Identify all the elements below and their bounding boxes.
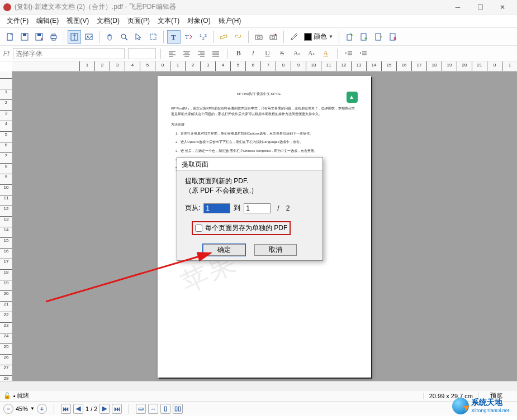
svg-text:T: T <box>171 33 176 41</box>
last-page-button[interactable]: ⏭ <box>112 404 122 414</box>
select-tool-button[interactable] <box>132 30 145 44</box>
color-picker[interactable]: 颜色▼ <box>302 32 335 41</box>
insert-text-button[interactable] <box>68 30 81 44</box>
svg-point-23 <box>272 36 275 39</box>
titlebar: (复制)-新建文本文档 (2)（合并）.pdf - 飞思PDF编辑器 ─ ☐ ✕ <box>0 0 517 15</box>
highlight-button[interactable]: A <box>319 47 333 60</box>
menu-document[interactable]: 文档(D) <box>93 15 123 27</box>
menu-account[interactable]: 账户(H) <box>215 15 245 27</box>
menu-page[interactable]: 页面(P) <box>124 15 153 27</box>
statusbar: 🔓 ▪ 就绪 20.99 x 29.7 cm 预览 <box>0 390 517 401</box>
edit-text-button[interactable]: T <box>182 30 195 44</box>
fit-width-button[interactable]: ↔ <box>148 404 158 414</box>
dialog-description: 提取页面到新的 PDF. （原 PDF 不会被更改.） <box>185 176 315 195</box>
fit-page-button[interactable]: ▭ <box>136 404 146 414</box>
save-button[interactable] <box>18 30 31 44</box>
outdent-button[interactable] <box>342 47 355 60</box>
font-family-input[interactable] <box>13 48 125 59</box>
link-tool-button[interactable] <box>231 30 245 44</box>
save-as-button[interactable]: ★ <box>32 30 46 44</box>
format-toolbar: Ff B I U S Aa Aa A <box>0 46 517 61</box>
hand-tool-button[interactable] <box>103 30 116 44</box>
menu-object[interactable]: 对象(O) <box>184 15 214 27</box>
indent-button[interactable] <box>357 47 370 60</box>
window-title: (复制)-新建文本文档 (2)（合并）.pdf - 飞思PDF编辑器 <box>15 2 447 12</box>
print-button[interactable] <box>47 30 60 44</box>
color-swatch-icon <box>304 33 312 41</box>
svg-point-21 <box>258 36 260 39</box>
brand-url: XiTongTianDi.net <box>471 408 509 413</box>
brand-watermark: ➤ 系统天地 XiTongTianDi.net <box>452 397 515 417</box>
strikethrough-button[interactable]: S <box>276 47 289 60</box>
italic-button[interactable]: I <box>246 47 260 60</box>
page-indicator: 1 / 2 <box>86 405 97 412</box>
delete-page-button[interactable]: × <box>386 30 400 44</box>
extract-page-button[interactable] <box>372 30 385 44</box>
menu-edit[interactable]: 编辑(E) <box>33 15 62 27</box>
status-text: 就绪 <box>17 392 423 400</box>
svg-rect-13 <box>150 34 156 40</box>
close-button[interactable]: ✕ <box>491 1 514 14</box>
brand-name: 系统天地 <box>471 398 502 408</box>
font-size-input[interactable] <box>128 48 156 59</box>
selection-tool-button[interactable] <box>146 30 160 44</box>
lock-icon: 🔓 <box>3 392 11 399</box>
text-tool-button[interactable]: T <box>167 30 181 44</box>
zoom-dropdown-icon[interactable]: ▼ <box>30 406 35 411</box>
svg-rect-6 <box>51 36 56 39</box>
line-spacing-button[interactable]: 123 <box>196 30 210 44</box>
underline-button[interactable]: U <box>261 47 274 60</box>
page-from-label: 页从: <box>185 203 200 213</box>
horizontal-scrollbar[interactable] <box>0 381 517 390</box>
cancel-button[interactable]: 取消 <box>254 244 297 256</box>
status-bullet: ▪ <box>13 393 16 399</box>
svg-text:+: + <box>364 36 367 41</box>
menu-file[interactable]: 文件(F) <box>3 15 32 27</box>
ok-button[interactable]: 确定 <box>203 244 245 256</box>
zoom-in-button[interactable]: + <box>37 404 47 414</box>
insert-image-button[interactable] <box>82 30 96 44</box>
first-page-button[interactable]: ⏮ <box>61 404 71 414</box>
menu-text[interactable]: 文本(T) <box>154 15 183 27</box>
page-range-row: 页从: 到 / 2 <box>185 203 315 213</box>
new-button[interactable] <box>3 30 17 44</box>
page-total-separator: / <box>277 204 279 212</box>
add-page-button[interactable]: + <box>357 30 371 44</box>
page-to-input[interactable] <box>244 203 271 213</box>
align-justify-button[interactable] <box>209 47 222 60</box>
two-page-button[interactable]: ▯▯ <box>173 404 183 414</box>
save-separate-checkbox[interactable] <box>195 225 202 232</box>
superscript-button[interactable]: Aa <box>290 47 303 60</box>
align-left-button[interactable] <box>165 47 179 60</box>
maximize-button[interactable]: ☐ <box>469 1 491 14</box>
subscript-button[interactable]: Aa <box>305 47 318 60</box>
page-to-label: 到 <box>234 203 240 213</box>
zoom-level: 45% <box>16 405 28 412</box>
single-page-button[interactable]: ▯ <box>160 404 170 414</box>
zoom-out-button[interactable]: − <box>3 404 13 414</box>
svg-text:×: × <box>393 36 396 41</box>
svg-point-12 <box>121 34 126 39</box>
minimize-button[interactable]: ─ <box>447 1 469 14</box>
horizontal-ruler: 1234501234567891011121314151617181920210… <box>12 61 517 71</box>
measure-tool-button[interactable] <box>217 30 230 44</box>
prev-page-button[interactable]: ◀ <box>73 404 83 414</box>
svg-text:T: T <box>185 34 189 40</box>
next-page-button[interactable]: ▶ <box>99 404 110 414</box>
align-center-button[interactable] <box>180 47 193 60</box>
zoom-tool-button[interactable] <box>117 30 131 44</box>
dialog-title: 提取页面 <box>177 157 322 171</box>
eyedropper-button[interactable] <box>287 30 301 44</box>
bold-button[interactable]: B <box>232 47 245 60</box>
svg-rect-8 <box>52 39 55 40</box>
save-separate-checkbox-row[interactable]: 每个页面另存为单独的 PDF <box>193 222 290 234</box>
rotate-page-button[interactable] <box>343 30 356 44</box>
camera-button[interactable] <box>252 30 265 44</box>
snapshot-button[interactable] <box>267 30 280 44</box>
align-right-button[interactable] <box>195 47 208 60</box>
svg-rect-25 <box>347 35 352 40</box>
menu-view[interactable]: 视图(V) <box>63 15 92 27</box>
svg-text:3: 3 <box>205 34 207 37</box>
page-from-input[interactable] <box>203 203 230 213</box>
svg-point-24 <box>275 34 277 35</box>
